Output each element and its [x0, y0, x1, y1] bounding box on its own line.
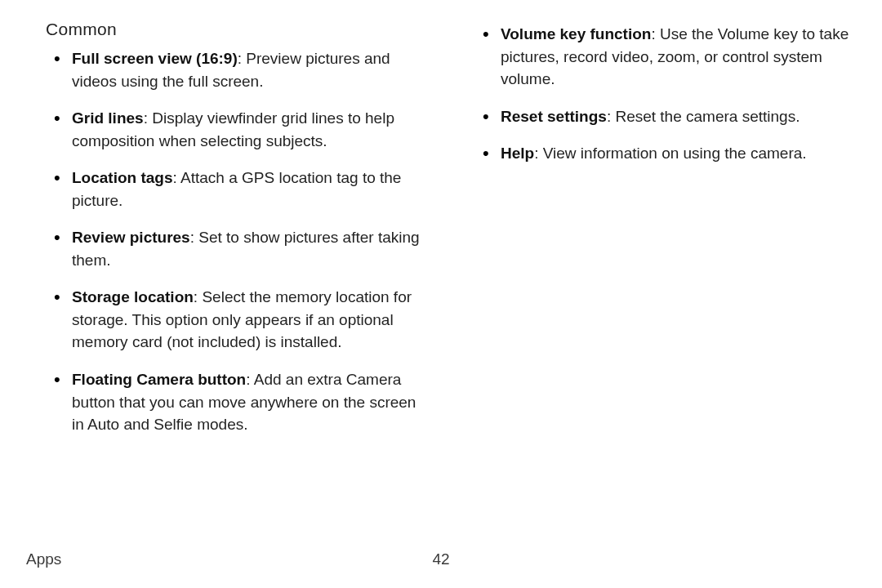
- item-term: Review pictures: [72, 229, 190, 246]
- item-term: Reset settings: [501, 108, 607, 125]
- item-term: Full screen view (16:9): [72, 50, 238, 67]
- list-item: Storage location: Select the memory loca…: [46, 286, 422, 354]
- left-list: Full screen view (16:9): Preview picture…: [46, 47, 422, 436]
- right-column: Volume key function: Use the Volume key …: [474, 20, 851, 451]
- item-term: Location tags: [72, 169, 173, 186]
- manual-page: Common Full screen view (16:9): Preview …: [0, 0, 882, 588]
- list-item: Floating Camera button: Add an extra Cam…: [46, 368, 422, 436]
- item-term: Grid lines: [72, 109, 144, 127]
- item-desc: : Reset the camera settings.: [607, 108, 800, 125]
- item-desc: : View information on using the camera.: [534, 145, 806, 162]
- list-item: Grid lines: Display viewfinder grid line…: [46, 107, 422, 152]
- left-column: Common Full screen view (16:9): Preview …: [46, 20, 422, 451]
- list-item: Full screen view (16:9): Preview picture…: [46, 47, 422, 92]
- footer-section-label: Apps: [26, 550, 61, 568]
- list-item: Help: View information on using the came…: [474, 142, 851, 165]
- item-term: Storage location: [72, 288, 194, 305]
- item-term: Floating Camera button: [72, 371, 246, 388]
- section-heading: Common: [46, 20, 422, 39]
- item-term: Help: [501, 145, 534, 162]
- list-item: Volume key function: Use the Volume key …: [474, 23, 851, 91]
- footer-page-number: 42: [432, 550, 449, 568]
- list-item: Reset settings: Reset the camera setting…: [474, 105, 851, 128]
- page-footer: Apps 42: [26, 550, 856, 568]
- content-columns: Common Full screen view (16:9): Preview …: [46, 20, 851, 451]
- list-item: Review pictures: Set to show pictures af…: [46, 226, 422, 271]
- list-item: Location tags: Attach a GPS location tag…: [46, 167, 422, 212]
- right-list: Volume key function: Use the Volume key …: [474, 23, 851, 165]
- item-term: Volume key function: [501, 25, 651, 42]
